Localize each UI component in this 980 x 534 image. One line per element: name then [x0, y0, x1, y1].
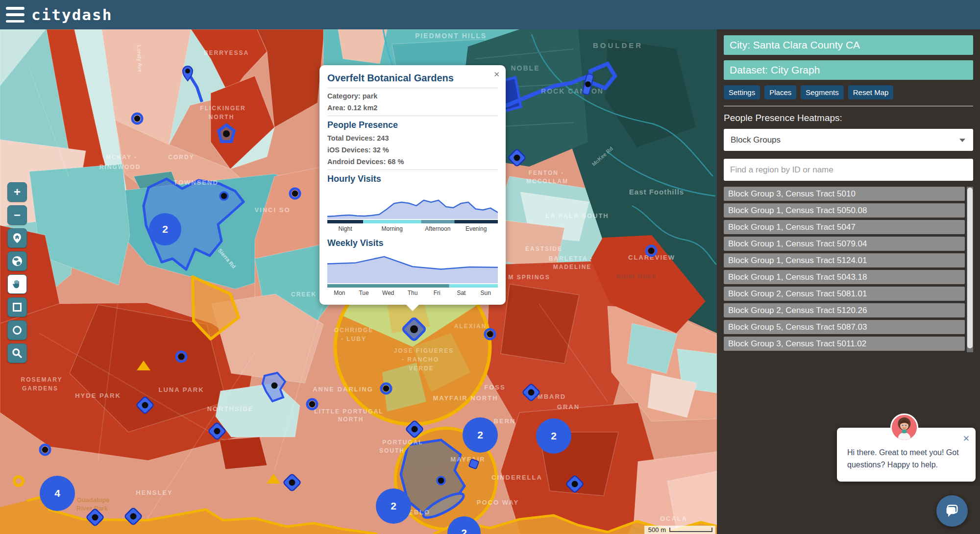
svg-text:2: 2 — [461, 527, 467, 534]
region-list-item[interactable]: Block Group 3, Census Tract 5011.02 — [724, 337, 965, 351]
region-search-input[interactable] — [724, 159, 973, 181]
draw-circle-button[interactable] — [7, 320, 27, 340]
chat-launcher-button[interactable] — [936, 495, 968, 527]
region-list-scrollbar[interactable] — [967, 187, 973, 352]
chevron-down-icon — [959, 139, 965, 142]
chat-close-button[interactable]: ✕ — [963, 434, 970, 444]
svg-text:Sat: Sat — [457, 290, 466, 296]
map-container[interactable]: PIEDMONT HILLSBOULDERNOBLEROCK CANYONBER… — [0, 29, 717, 534]
map-cluster[interactable]: 2 — [463, 417, 498, 453]
hamburger-menu-icon[interactable] — [6, 7, 24, 23]
map-label: FOSS — [484, 384, 505, 391]
segments-button[interactable]: Segments — [801, 85, 844, 99]
map-label: BARLETTA - — [549, 255, 593, 262]
map-label: OCHRIDGE — [334, 327, 374, 334]
map-label: LITTLE PORTUGAL — [314, 408, 383, 415]
region-list-item[interactable]: Block Group 1, Census Tract 5079.04 — [724, 237, 965, 251]
circle-icon — [11, 324, 23, 336]
svg-text:Afternoon: Afternoon — [425, 225, 450, 232]
zoom-in-button[interactable]: + — [7, 182, 27, 202]
region-list-item[interactable]: Block Group 3, Census Tract 5010 — [724, 187, 965, 201]
svg-text:Sun: Sun — [480, 290, 490, 296]
chat-bubble-icon — [944, 503, 960, 519]
locate-button[interactable] — [7, 228, 27, 248]
reset-map-button[interactable]: Reset Map — [848, 85, 894, 99]
pan-tool-button[interactable] — [7, 274, 27, 294]
places-button[interactable]: Places — [764, 85, 796, 99]
app-logo: citydash — [31, 6, 112, 24]
map-cluster[interactable]: 2 — [149, 213, 181, 245]
top-bar: citydash — [0, 0, 980, 29]
map-cluster[interactable]: 4 — [40, 476, 75, 511]
map-label: BERN — [494, 417, 516, 425]
dataset-header[interactable]: Dataset: City Graph — [724, 60, 973, 80]
city-header[interactable]: City: Santa Clara County CA — [724, 35, 973, 55]
region-list-item[interactable]: Block Group 1, Census Tract 5050.08 — [724, 203, 965, 218]
svg-text:4: 4 — [54, 487, 60, 499]
map-label: LUNA PARK — [158, 386, 204, 393]
map-label: HYDE PARK — [75, 392, 121, 399]
map-label: PIEDMONT HILLS — [415, 32, 487, 40]
region-list-item[interactable]: Block Group 5, Census Tract 5087.03 — [724, 320, 965, 334]
map-label: EASTSIDE — [525, 245, 563, 252]
svg-text:2: 2 — [391, 500, 396, 511]
svg-text:2: 2 — [477, 429, 483, 440]
popup-close-button[interactable]: ✕ — [493, 70, 500, 79]
map-label: GARDENS — [22, 385, 58, 392]
draw-rectangle-button[interactable] — [7, 297, 27, 317]
svg-text:2: 2 — [162, 223, 168, 235]
map-label: FENTON - — [529, 170, 564, 176]
map-label: ROSEMARY — [21, 376, 63, 383]
map-label: JOSE FIGUERES — [394, 347, 454, 354]
map-label: M SPRINGS — [508, 274, 550, 281]
svg-text:Tue: Tue — [359, 290, 369, 296]
svg-text:Wed: Wed — [382, 290, 394, 296]
settings-button[interactable]: Settings — [724, 85, 760, 99]
citydash-app: citydash — [0, 0, 980, 534]
map-marker-dot[interactable] — [220, 192, 228, 200]
hourly-visits-heading: Hourly Visits — [327, 174, 498, 184]
region-list-item[interactable]: Block Group 1, Census Tract 5124.01 — [724, 253, 965, 267]
map-label: TOWNSEND — [173, 179, 219, 186]
map-label: VINCI SO — [254, 206, 290, 214]
map-cluster[interactable]: 2 — [376, 488, 411, 524]
globe-button[interactable] — [7, 251, 27, 271]
svg-text:Morning: Morning — [382, 225, 403, 232]
region-list-item[interactable]: Block Group 1, Census Tract 5047 — [724, 220, 965, 234]
map-cluster[interactable]: 2 — [536, 418, 571, 454]
map-label: FLICKINGER — [200, 105, 245, 112]
heatmap-type-dropdown[interactable]: Block Groups — [724, 129, 973, 151]
search-area-button[interactable] — [7, 343, 27, 363]
map-label: Guadalupe — [76, 496, 109, 504]
map-label: CORDY — [168, 154, 194, 161]
region-list: Block Group 3, Census Tract 5010Block Gr… — [724, 187, 973, 351]
map-label: CINDERELLA — [491, 474, 542, 481]
zoom-out-button[interactable]: − — [7, 205, 27, 225]
popup-category: Category: park — [327, 92, 498, 100]
map-label: RINGWOOD — [99, 164, 141, 170]
home-pin-icon — [11, 232, 23, 244]
map-scale-bar: 500 m — [644, 526, 715, 534]
map-marker-dot[interactable] — [437, 477, 445, 485]
scrollbar-thumb[interactable] — [967, 188, 973, 348]
map-label: BOULDER — [593, 41, 643, 49]
people-presence-heading: People Presence — [327, 120, 498, 130]
map-label: ANNE DARLING — [313, 386, 373, 393]
region-list-item[interactable]: Block Group 2, Census Tract 5081.01 — [724, 287, 965, 301]
plus-icon: + — [14, 185, 21, 199]
map-label: VERDE — [409, 365, 434, 372]
map-label: CREEK — [291, 291, 317, 298]
android-devices: Android Devices: 68 % — [327, 158, 498, 166]
map-marker-house[interactable] — [219, 125, 234, 142]
svg-text:Evening: Evening — [466, 225, 487, 232]
map-label: MCCOLLAM — [526, 178, 568, 185]
region-list-item[interactable]: Block Group 1, Census Tract 5043.18 — [724, 270, 965, 284]
map-label: MAYFAIR NORTH — [433, 394, 498, 402]
region-list-item[interactable]: Block Group 2, Census Tract 5120.26 — [724, 303, 965, 317]
weekly-visits-heading: Weekly Visits — [327, 238, 498, 248]
map-controls: + − — [7, 182, 27, 366]
scale-rule — [669, 528, 712, 532]
map-label: HENSLEY — [136, 489, 172, 496]
map-label: NOBLE — [511, 64, 540, 72]
popup-area: Area: 0.12 km2 — [327, 104, 498, 112]
